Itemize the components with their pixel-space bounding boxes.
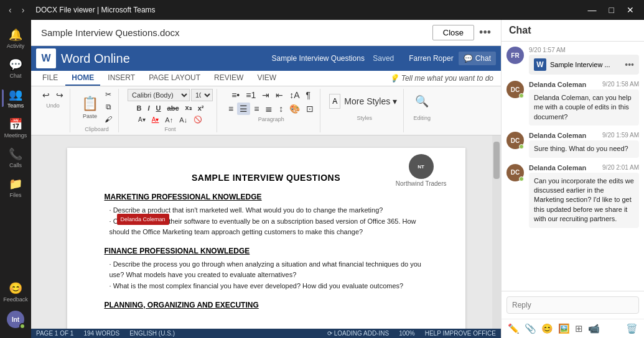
font-row3: A▾ A▾ A↑ A↓ 🚫: [136, 114, 205, 125]
bullets-button[interactable]: ≡•: [229, 89, 242, 101]
tab-view[interactable]: VIEW: [251, 71, 282, 86]
sidebar-item-activity[interactable]: 🔔 Activity: [2, 25, 29, 52]
font-shrink-button[interactable]: A↓: [177, 115, 190, 125]
font-family-select[interactable]: Calibri (Body): [128, 89, 190, 101]
subscript-button[interactable]: x₂: [183, 103, 194, 113]
msg-time-1: 9/20 1:57 AM: [529, 47, 639, 53]
align-right-button[interactable]: ≡: [251, 103, 261, 115]
sticker-button[interactable]: ⊞: [574, 322, 584, 336]
font-row1: Calibri (Body) 10: [128, 89, 213, 101]
line-spacing-button[interactable]: ↕: [276, 103, 286, 115]
maximize-button[interactable]: □: [604, 4, 619, 16]
chat-message-2: DC Delanda Coleman 9/20 1:58 AM Delanda …: [506, 81, 639, 126]
highlight-button[interactable]: A▾: [136, 115, 148, 124]
chat-panel-header: Chat: [502, 20, 644, 42]
doc-header-right: Close •••: [432, 25, 491, 40]
msg-content-3: Delanda Coleman 9/20 1:59 AM Sure thing.…: [529, 132, 639, 157]
tab-insert[interactable]: INSERT: [101, 71, 141, 86]
editing-label: Editing: [413, 115, 431, 121]
msg-time-4: 9/20 2:01 AM: [602, 164, 639, 171]
sidebar-item-feedback[interactable]: 😊 Feedback: [2, 278, 29, 306]
minimize-button[interactable]: —: [583, 4, 602, 16]
font-color-button[interactable]: A▾: [149, 115, 162, 124]
format-button[interactable]: ✏️: [506, 322, 521, 336]
borders-button[interactable]: ⊡: [304, 103, 316, 115]
word-count: 194 WORDS: [83, 330, 119, 337]
teams-icon: 👥: [9, 88, 22, 101]
tell-me-box[interactable]: 💡 Tell me what you want to do: [387, 71, 496, 85]
doc-scrollbar[interactable]: [492, 135, 501, 329]
back-button[interactable]: ‹: [5, 4, 16, 16]
copy-button[interactable]: ⧉: [102, 101, 114, 112]
italic-button[interactable]: I: [146, 103, 152, 113]
undo-button[interactable]: ↩: [40, 89, 52, 101]
msg-time-2: 9/20 1:58 AM: [602, 81, 639, 88]
sidebar-label-teams: Teams: [7, 103, 24, 109]
underline-button[interactable]: U: [154, 103, 164, 113]
more-options-button[interactable]: •••: [479, 26, 491, 39]
word-toolbar: W Word Online Sample Interview Questions…: [31, 46, 501, 86]
forward-button[interactable]: ›: [18, 4, 29, 16]
tab-page-layout[interactable]: PAGE LAYOUT: [142, 71, 207, 86]
justify-button[interactable]: ≣: [263, 103, 275, 115]
activity-icon: 🔔: [9, 28, 22, 42]
clear-format-button[interactable]: 🚫: [191, 114, 205, 125]
sidebar-item-user[interactable]: Int: [2, 306, 29, 333]
reply-input[interactable]: [506, 296, 639, 314]
emoji-button[interactable]: 😊: [540, 322, 554, 336]
tab-review[interactable]: REVIEW: [208, 71, 250, 86]
sort-button[interactable]: ↕A: [287, 89, 302, 101]
editing-row: 🔍: [413, 89, 431, 114]
align-left-button[interactable]: ≡: [226, 103, 236, 115]
section-planning-title: PLANNING, ORGANIZING AND EXECUTING: [105, 301, 428, 309]
undo-label: Undo: [46, 103, 60, 109]
avatar-2-wrapper: DC: [506, 81, 524, 98]
numbering-button[interactable]: ≡1: [243, 89, 258, 101]
styles-label: Styles: [357, 115, 373, 121]
show-marks-button[interactable]: ¶: [304, 89, 314, 101]
indent-button[interactable]: ⇥: [259, 89, 272, 101]
shading-button[interactable]: 🎨: [287, 103, 302, 115]
strikethrough-button[interactable]: abc: [165, 103, 182, 113]
sidebar-item-meetings[interactable]: 📅 Meetings: [2, 114, 29, 142]
scrollbar-thumb[interactable]: [493, 142, 500, 179]
delete-button[interactable]: 🗑️: [625, 322, 639, 336]
sidebar-item-chat[interactable]: 💬 Chat: [2, 55, 29, 82]
font-grow-button[interactable]: A↑: [162, 115, 175, 125]
redo-button[interactable]: ↪: [54, 89, 66, 101]
superscript-button[interactable]: x²: [195, 103, 207, 113]
window-close-button[interactable]: ✕: [622, 4, 639, 16]
format-painter-button[interactable]: 🖌: [102, 114, 114, 125]
sidebar-item-files[interactable]: 📁 Files: [2, 174, 29, 201]
marketing-bullet-2: Office wants all of their software to ev…: [105, 216, 428, 238]
avatar-4-wrapper: DC: [506, 164, 524, 181]
close-doc-button[interactable]: Close: [432, 25, 474, 40]
outdent-button[interactable]: ⇤: [273, 89, 286, 101]
bold-button[interactable]: B: [134, 103, 144, 113]
chat-toggle-button[interactable]: 💬 Chat: [459, 52, 496, 65]
font-size-select[interactable]: 10: [191, 89, 213, 101]
loading-status: ⟳ LOADING ADD-INS: [327, 330, 389, 337]
user-initials: Int: [12, 316, 19, 323]
msg-sender-4: Delanda Coleman: [529, 164, 586, 171]
word-doc-name: Sample Interview Questions Saved: [271, 54, 394, 63]
tab-file[interactable]: FILE: [36, 71, 64, 86]
title-bar-title: DOCX File viewer | Microsoft Teams: [35, 6, 155, 14]
attach-button[interactable]: 📎: [523, 322, 538, 336]
bubble-more-button[interactable]: •••: [625, 60, 634, 70]
tab-home[interactable]: HOME: [65, 71, 100, 86]
paste-button[interactable]: 📋: [79, 94, 101, 113]
giphy-button[interactable]: 🖼️: [557, 322, 571, 336]
sidebar-item-calls[interactable]: 📞 Calls: [2, 144, 29, 171]
paragraph-label: Paragraph: [258, 116, 284, 122]
find-button[interactable]: 🔍: [413, 93, 431, 109]
sidebar-item-teams[interactable]: 👥 Teams: [2, 84, 29, 112]
msg-content-2: Delanda Coleman 9/20 1:58 AM Delanda Col…: [529, 81, 639, 126]
cut-button[interactable]: ✂: [102, 89, 114, 100]
align-center-button[interactable]: ☰: [237, 103, 250, 115]
msg-sender-3: Delanda Coleman: [529, 132, 586, 139]
sidebar-label-calls: Calls: [9, 162, 22, 168]
more-styles-button[interactable]: More Styles ▾: [342, 95, 399, 107]
video-button[interactable]: 📹: [587, 322, 601, 336]
ribbon-body: ↩ ↪ Undo 📋 Paste ✂ ⧉ 🖌: [31, 86, 501, 135]
